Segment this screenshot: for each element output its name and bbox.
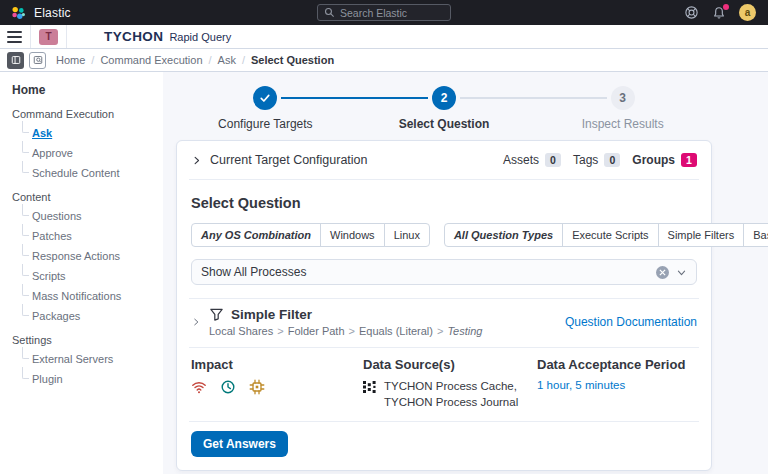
groups-counter: Groups 1 — [632, 153, 697, 167]
assets-label: Assets — [503, 153, 539, 167]
target-configuration-title: Current Target Configuration — [210, 153, 368, 167]
step-check-icon — [253, 86, 277, 110]
sidebar-item-questions[interactable]: Questions — [20, 206, 157, 226]
filter-any-os-combination[interactable]: Any OS Combination — [191, 223, 321, 247]
filter-title: Simple Filter — [231, 307, 312, 322]
select-question-panel: Current Target Configuration Assets 0 Ta… — [176, 140, 712, 471]
chevron-right-icon[interactable] — [191, 317, 201, 327]
clear-selection-icon[interactable] — [656, 266, 669, 279]
breadcrumb-separator: / — [242, 54, 245, 66]
breadcrumb-separator: / — [209, 54, 212, 66]
sidebar-section-settings: Settings — [12, 334, 157, 346]
user-avatar[interactable]: a — [739, 4, 756, 21]
tags-count-badge: 0 — [604, 153, 620, 167]
step-label: Configure Targets — [218, 117, 313, 131]
help-icon[interactable] — [684, 5, 699, 20]
path-separator: > — [277, 325, 283, 337]
filter-linux[interactable]: Linux — [384, 223, 430, 247]
impact-heading: Impact — [191, 357, 363, 372]
breadcrumb-current-page: Select Question — [251, 54, 334, 66]
chevron-right-icon — [191, 155, 202, 166]
step-label: Inspect Results — [582, 117, 664, 131]
assets-count-badge: 0 — [545, 153, 561, 167]
filter-execute-scripts[interactable]: Execute Scripts — [562, 223, 658, 247]
elastic-logo-icon[interactable] — [10, 5, 26, 21]
brand-name: Elastic — [34, 6, 71, 20]
filter-basic-tasks[interactable]: Basic Tasks — [743, 223, 768, 247]
funnel-filter-icon — [209, 307, 224, 322]
sidebar-item-schedule-content[interactable]: Schedule Content — [20, 163, 157, 183]
step-number: 3 — [611, 86, 635, 110]
question-select-dropdown[interactable]: Show All Processes — [191, 259, 697, 285]
nav-inspect-icon[interactable] — [29, 52, 46, 69]
path-segment: Equals (Literal) — [359, 325, 433, 337]
divider — [30, 25, 31, 48]
groups-label: Groups — [632, 153, 675, 167]
step-select-question[interactable]: 2 Select Question — [355, 86, 534, 131]
sidebar-item-approve[interactable]: Approve — [20, 143, 157, 163]
filter-windows[interactable]: Windows — [320, 223, 385, 247]
breadcrumb-command-execution[interactable]: Command Execution — [100, 54, 202, 66]
sidebar-item-ask[interactable]: Ask — [20, 123, 157, 143]
step-configure-targets[interactable]: Configure Targets — [176, 86, 355, 131]
get-answers-button[interactable]: Get Answers — [191, 431, 288, 457]
breadcrumb-home[interactable]: Home — [56, 54, 85, 66]
tags-label: Tags — [573, 153, 598, 167]
sidebar-item-scripts[interactable]: Scripts — [20, 266, 157, 286]
notification-dot — [723, 4, 729, 10]
question-details: Impact — [177, 348, 711, 421]
step-label: Select Question — [399, 117, 490, 131]
current-target-configuration-accordion[interactable]: Current Target Configuration Assets 0 Ta… — [177, 141, 711, 179]
space-badge[interactable]: T — [39, 29, 58, 45]
menu-hamburger-icon[interactable] — [7, 31, 22, 43]
sidebar-item-response-actions[interactable]: Response Actions — [20, 246, 157, 266]
assets-counter: Assets 0 — [503, 153, 561, 167]
breadcrumb-bar: Home / Command Execution / Ask / Select … — [0, 49, 768, 72]
sidebar-section-content: Content — [12, 191, 157, 203]
sidebar-item-home[interactable]: Home — [12, 83, 157, 97]
app-title: TYCHON — [104, 29, 163, 44]
sidebar-item-packages[interactable]: Packages — [20, 306, 157, 326]
data-sources-heading: Data Source(s) — [363, 357, 537, 372]
page-content: Configure Targets 2 Select Question 3 In… — [163, 72, 768, 474]
data-acceptance-value: 1 hour, 5 minutes — [537, 379, 685, 391]
sidebar-item-patches[interactable]: Patches — [20, 226, 157, 246]
sidebar-item-external-servers[interactable]: External Servers — [20, 349, 157, 369]
sidebar-item-plugin[interactable]: Plugin — [20, 369, 157, 389]
global-header: Elastic a — [0, 0, 768, 25]
target-counters: Assets 0 Tags 0 Groups 1 — [503, 153, 697, 167]
question-documentation-link[interactable]: Question Documentation — [565, 315, 697, 329]
nav-dock-icon[interactable] — [7, 52, 24, 69]
divider — [66, 25, 67, 48]
search-input[interactable] — [340, 7, 444, 19]
filter-all-question-types[interactable]: All Question Types — [444, 223, 563, 247]
path-value: Testing — [447, 325, 482, 337]
notifications-bell-icon[interactable] — [712, 6, 726, 20]
filter-simple-filters[interactable]: Simple Filters — [658, 223, 745, 247]
cpu-icon — [249, 379, 265, 395]
section-heading: Select Question — [191, 195, 697, 211]
question-select-value: Show All Processes — [201, 265, 306, 279]
step-inspect-results[interactable]: 3 Inspect Results — [533, 86, 712, 131]
search-icon — [324, 7, 335, 18]
path-segment: Folder Path — [288, 325, 345, 337]
breadcrumb-ask[interactable]: Ask — [218, 54, 236, 66]
question-filters: Any OS Combination Windows Linux All Que… — [191, 223, 697, 247]
chevron-down-icon[interactable] — [676, 267, 687, 278]
groups-count-badge: 1 — [681, 153, 697, 167]
os-filter-group: Any OS Combination Windows Linux — [191, 223, 430, 247]
clock-icon — [220, 379, 236, 395]
path-separator: > — [349, 325, 355, 337]
sidebar-item-mass-notifications[interactable]: Mass Notifications — [20, 286, 157, 306]
breadcrumb-separator: / — [91, 54, 94, 66]
simple-filter-section: Simple Filter Local Shares>Folder Path>E… — [177, 299, 711, 347]
filter-path: Local Shares>Folder Path>Equals (Literal… — [209, 325, 482, 337]
app-logo: TYCHON Rapid Query — [104, 29, 231, 44]
path-separator: > — [437, 325, 443, 337]
global-search[interactable] — [317, 4, 451, 21]
app-header: T TYCHON Rapid Query — [0, 25, 768, 49]
data-sources-value: TYCHON Process Cache, TYCHON Process Jou… — [384, 379, 532, 410]
path-segment: Local Shares — [209, 325, 273, 337]
wifi-icon — [191, 379, 207, 395]
process-grid-icon — [363, 380, 377, 410]
